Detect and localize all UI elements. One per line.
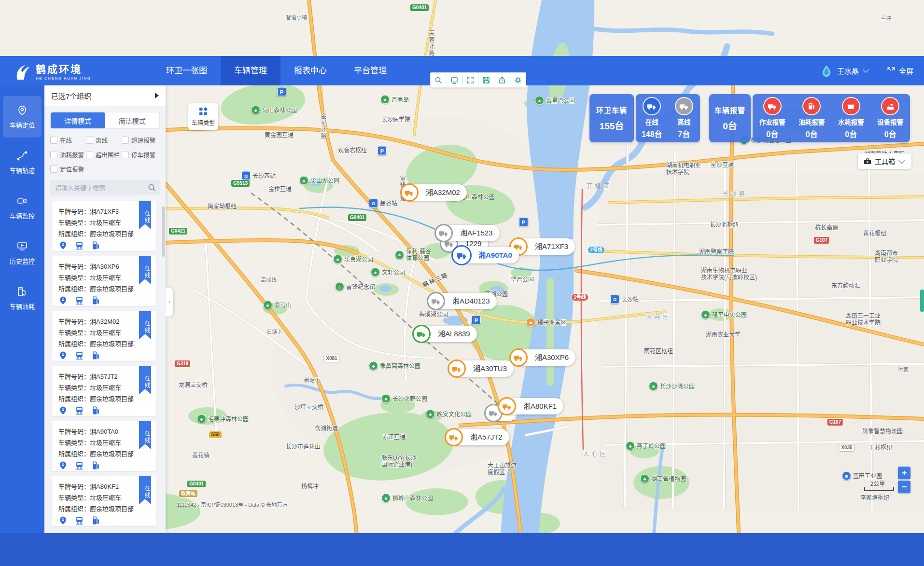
user-name[interactable]: 王水晶 [837,66,859,76]
field-label: 车牌号码： [58,483,90,490]
sidebar-item-vehicle-location[interactable]: 车辆定位 [3,96,42,138]
map-poi-label: 湖南生物机电职业 技术学院(马坡岭校区) [701,267,757,281]
map-poi-label: 文轩公园 [371,268,405,277]
truck-icon[interactable] [427,292,445,310]
vehicle-org: 厨余垃圾项目部 [90,395,134,402]
poi-icon [535,96,544,105]
vehicle-card[interactable]: 车牌号码：湘A30XP6 车辆类型：垃圾压缩车 所属组织：厨余垃圾项目部 在线 [52,256,156,306]
map-poi-label: 湖南警察学院 [699,248,734,255]
checkbox-icon[interactable] [86,137,93,144]
locate-vehicle-icon[interactable] [58,406,68,415]
chevron-down-icon[interactable] [863,67,869,73]
sidebar-item-vehicle-fuel[interactable]: 车辆油耗 [3,277,42,319]
stat-alarm-group: 作业报警 0台 油耗报警 0台 水耗报警 0台 设备报警 0台 [753,94,910,142]
nav-tab[interactable]: 平台管理 [340,56,400,85]
fuel-pump-icon[interactable] [91,351,100,360]
expand-arrow-icon[interactable] [155,93,159,98]
toolbox-button[interactable]: 工具箱 [858,153,911,169]
sidebar-item-history-monitor[interactable]: 历史监控 [3,232,42,274]
locate-vehicle-icon[interactable] [58,241,68,250]
search-icon[interactable] [148,183,156,192]
filter-checkbox[interactable]: 油耗报警 [50,150,86,159]
vehicle-front-icon[interactable] [75,241,84,250]
checkbox-icon[interactable] [50,151,57,158]
fuel-pump-icon[interactable] [91,406,100,415]
vehicle-card[interactable]: 车牌号码：湘A90TA0 车辆类型：垃圾压缩车 所属组织：厨余垃圾项目部 在线 [52,421,156,471]
filter-checkbox[interactable]: 超出围栏 [86,150,122,159]
checkbox-icon[interactable] [122,151,129,158]
nav-user-area: 王水晶 全屏 [820,64,913,78]
vehicle-card[interactable]: 车牌号码：湘A32M02 车辆类型：垃圾压缩车 所属组织：厨余垃圾项目部 在线 [52,311,156,361]
map-toolbar [430,72,526,88]
fuel-pump-icon[interactable] [91,461,100,470]
nav-tab[interactable]: 车辆管理 [221,56,280,85]
mode-tab[interactable]: 简洁模式 [105,112,160,128]
sidebar-item-label: 车辆定位 [10,120,35,129]
map-poi-label: 湖南三一工业 职业技术学院 [846,313,881,326]
fullscreen-button[interactable]: 全屏 [886,66,913,76]
map-zoom-out-button[interactable]: − [898,481,910,493]
filter-checkbox[interactable]: 超速报警 [122,136,157,145]
search-icon[interactable] [431,73,447,87]
brand-name: 鹤成环境 [36,61,91,76]
map-poi-label: 长沙县 [722,191,747,197]
checkbox-icon[interactable] [122,137,129,144]
vehicle-front-icon[interactable] [75,351,84,360]
panel-header[interactable]: 已选7个组织 [44,85,166,106]
filter-checkbox[interactable]: 停车报警 [122,150,157,159]
vehicle-type-button[interactable]: 车辆类型 [188,103,218,130]
map-scale-label: 2公里 [863,479,892,487]
sidebar-item-vehicle-monitor[interactable]: 车辆监控 [3,187,42,228]
road-badge: G107 [814,237,829,244]
locate-vehicle-icon[interactable] [58,351,68,360]
checkbox-icon[interactable] [50,166,57,173]
toolbox-icon [864,158,871,165]
playback-monitor-icon [16,241,28,252]
vehicle-org: 厨余垃圾项目部 [90,230,134,237]
fuel-pump-icon[interactable] [91,241,100,250]
vehicle-card[interactable]: 车牌号码：湘A80KF1 车辆类型：垃圾压缩车 所属组织：厨余垃圾项目部 在线 [52,476,156,526]
truck-icon[interactable] [434,224,453,242]
brand-subtitle: HE CHENG HUAN JING [36,76,91,81]
locate-vehicle-icon[interactable] [58,516,68,525]
truck-icon[interactable] [498,397,516,415]
map-poi-label: 黄花枢纽 [863,230,886,237]
fuel-pump-icon[interactable] [91,516,100,525]
locate-vehicle-icon[interactable] [58,296,68,305]
filter-checkbox[interactable]: 在线 [50,136,86,145]
vehicle-front-icon[interactable] [75,406,84,415]
filter-checkbox[interactable]: 定位报警 [50,165,86,174]
vehicle-card[interactable]: 车牌号码：湘A57JT2 车辆类型：垃圾压缩车 所属组织：厨余垃圾项目部 在线 [52,366,156,416]
checkbox-icon[interactable] [86,151,93,158]
avatar[interactable] [820,64,833,78]
truck-icon[interactable] [451,245,472,265]
vehicle-front-icon[interactable] [75,296,84,305]
fuel-pump-icon[interactable] [91,296,100,305]
truck-icon[interactable] [400,183,419,202]
vehicle-front-icon[interactable] [75,461,84,470]
vehicle-card[interactable]: 车牌号码：湘A71XF3 车辆类型：垃圾压缩车 所属组织：厨余垃圾项目部 在线 [52,201,156,251]
truck-icon[interactable] [448,359,466,378]
mode-tab[interactable]: 详情模式 [51,112,105,128]
panel-collapse-handle[interactable]: ‹ [166,288,173,317]
save-icon[interactable] [478,73,494,87]
expand-icon[interactable] [462,73,478,87]
monitor-icon[interactable] [447,73,462,87]
truck-icon[interactable] [445,428,463,446]
filter-checkbox[interactable]: 离线 [86,136,122,145]
nav-tab[interactable]: 报表中心 [280,56,340,85]
export-icon[interactable] [494,73,510,87]
page-scrollbar-thumb[interactable] [920,290,924,312]
map-zoom-in-button[interactable]: + [898,467,910,479]
panel-scrollbar[interactable] [162,207,165,257]
checkbox-icon[interactable] [50,137,57,144]
nav-tab[interactable]: 环卫一张图 [153,56,221,85]
vehicle-front-icon[interactable] [75,516,84,525]
route-icon [16,150,28,162]
search-input[interactable] [50,180,160,195]
locate-vehicle-icon[interactable] [58,461,68,470]
poi-icon [333,255,342,264]
truck-icon[interactable] [412,325,431,343]
settings-icon[interactable] [510,73,526,87]
sidebar-item-vehicle-track[interactable]: 车辆轨迹 [3,141,42,183]
